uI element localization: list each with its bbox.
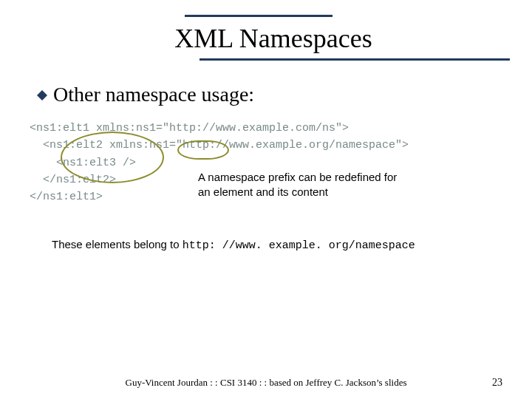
title-rule-bottom	[200, 58, 510, 61]
callout-text: A namespace prefix can be redefined for …	[198, 170, 397, 200]
code-example: <ns1:elt1 xmlns:ns1="http://www.example.…	[30, 120, 502, 223]
highlight-oval-elements	[61, 132, 164, 183]
belong-line: These elements belong to http: //www. ex…	[52, 238, 502, 252]
callout-line-1: A namespace prefix can be redefined for	[198, 170, 397, 185]
highlight-oval-prefix	[177, 140, 229, 160]
belong-prefix: These elements belong to	[52, 238, 183, 250]
footer-credit: Guy-Vincent Jourdan : : CSI 3140 : : bas…	[0, 377, 532, 389]
svg-marker-0	[37, 90, 47, 100]
bullet-row: Other namespace usage:	[37, 83, 502, 106]
title-rule-top	[185, 15, 332, 17]
title-block: XML Namespaces	[44, 15, 502, 61]
slide-title: XML Namespaces	[44, 23, 502, 54]
slide: XML Namespaces Other namespace usage: <n…	[0, 0, 532, 399]
page-number: 23	[492, 377, 502, 389]
diamond-bullet-icon	[37, 90, 47, 103]
bullet-text: Other namespace usage:	[53, 83, 254, 106]
belong-uri: http: //www. example. org/namespace	[183, 239, 415, 252]
callout-line-2: an element and its content	[198, 185, 397, 200]
